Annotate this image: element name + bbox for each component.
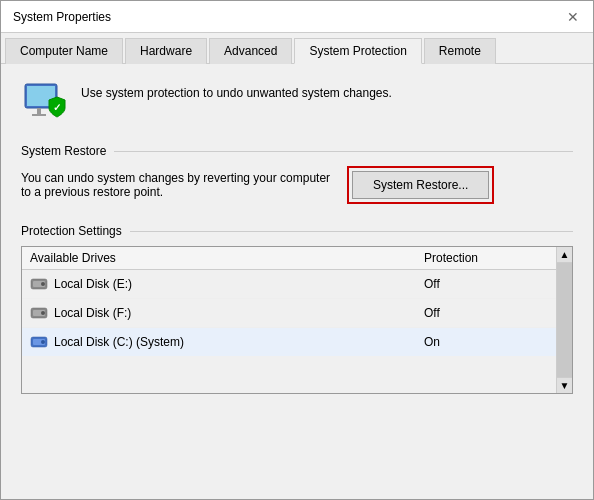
system-restore-label: System Restore (21, 144, 573, 158)
protection-settings-section: Protection Settings Available Drives Pro… (21, 224, 573, 394)
system-properties-window: System Properties ✕ Computer Name Hardwa… (0, 0, 594, 500)
system-restore-button[interactable]: System Restore... (352, 171, 489, 199)
info-text: Use system protection to undo unwanted s… (81, 86, 392, 100)
drives-table: Available Drives Protection Local Disk (… (21, 246, 573, 394)
drive-name-e: Local Disk (E:) (54, 277, 424, 291)
restore-row: You can undo system changes by reverting… (21, 166, 573, 204)
drive-name-c: Local Disk (C:) (System) (54, 335, 424, 349)
hdd-icon-gray (30, 275, 48, 293)
col-header-protection: Protection (424, 251, 564, 265)
svg-point-7 (41, 282, 45, 286)
window-title: System Properties (13, 10, 111, 24)
tab-computer-name[interactable]: Computer Name (5, 38, 123, 64)
tab-remote[interactable]: Remote (424, 38, 496, 64)
system-restore-section: System Restore You can undo system chang… (21, 144, 573, 204)
tab-content: ✓ Use system protection to undo unwanted… (1, 64, 593, 499)
protection-status-f: Off (424, 306, 564, 320)
svg-point-13 (41, 340, 45, 344)
restore-description: You can undo system changes by reverting… (21, 171, 331, 199)
scrollbar-down-button[interactable]: ▼ (557, 377, 573, 393)
svg-rect-2 (37, 108, 41, 114)
tab-advanced[interactable]: Advanced (209, 38, 292, 64)
scrollbar-track[interactable] (557, 263, 573, 393)
hdd-icon-gray-f (30, 304, 48, 322)
title-bar-controls: ✕ (565, 9, 581, 25)
table-row[interactable]: Local Disk (F:) Off (22, 299, 572, 328)
protection-status-c: On (424, 335, 564, 349)
scrollbar-up-button[interactable]: ▲ (557, 247, 573, 263)
table-body: Local Disk (E:) Off Local Disk (F:) Off (22, 270, 572, 393)
table-header: Available Drives Protection (22, 247, 572, 270)
col-header-drive: Available Drives (30, 251, 424, 265)
close-button[interactable]: ✕ (565, 9, 581, 25)
table-row[interactable]: Local Disk (E:) Off (22, 270, 572, 299)
title-bar: System Properties ✕ (1, 1, 593, 33)
tab-bar: Computer Name Hardware Advanced System P… (1, 33, 593, 64)
drive-name-f: Local Disk (F:) (54, 306, 424, 320)
tab-system-protection[interactable]: System Protection (294, 38, 421, 64)
tab-hardware[interactable]: Hardware (125, 38, 207, 64)
table-scrollbar: ▲ ▼ (556, 247, 572, 393)
protection-status-e: Off (424, 277, 564, 291)
table-row[interactable]: Local Disk (C:) (System) On (22, 328, 572, 356)
shield-computer-icon: ✓ (21, 80, 69, 128)
protection-settings-label: Protection Settings (21, 224, 573, 238)
svg-point-10 (41, 311, 45, 315)
info-section: ✓ Use system protection to undo unwanted… (21, 80, 573, 128)
svg-rect-3 (32, 114, 46, 116)
restore-btn-highlight: System Restore... (347, 166, 494, 204)
hdd-icon-blue (30, 333, 48, 351)
svg-text:✓: ✓ (53, 102, 61, 113)
